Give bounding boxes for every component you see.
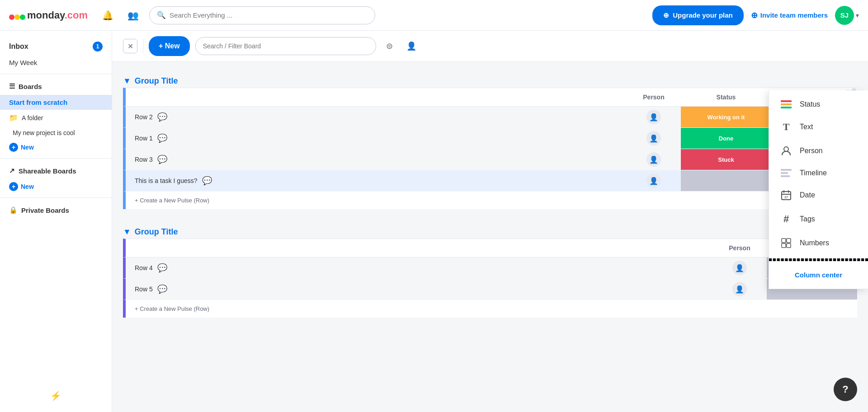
- new-plus-icon: +: [9, 143, 18, 152]
- status-badge-empty[interactable]: [681, 170, 771, 191]
- table-row: Row 4 💬 👤: [123, 258, 857, 279]
- dropdown-date-label: Date: [800, 191, 815, 199]
- table-row: Row 2 💬 👤 Working on it: [123, 107, 857, 128]
- row-status-cell[interactable]: Done: [681, 128, 771, 149]
- person-filter-button[interactable]: 👤: [403, 38, 420, 54]
- upgrade-label: Upgrade your plan: [673, 11, 733, 19]
- group-2-title[interactable]: Group Title: [135, 227, 178, 237]
- group-1-title[interactable]: Group Title: [135, 76, 178, 86]
- row-person-cell[interactable]: 👤: [712, 261, 767, 275]
- column-dropdown-panel: Status T Text Person Timeline: [769, 90, 868, 289]
- svg-rect-9: [781, 175, 790, 177]
- person-avatar: 👤: [732, 261, 747, 275]
- new-item-button[interactable]: + New: [149, 36, 190, 56]
- row-person-cell[interactable]: 👤: [627, 110, 681, 124]
- sidebar-new-button[interactable]: + New: [0, 140, 112, 154]
- sidebar-section-shareable[interactable]: ↗ Shareable Boards: [0, 162, 112, 179]
- notifications-button[interactable]: 🔔: [99, 6, 117, 24]
- group-section-2: ▼ Group Title Person Status Row 4 💬: [123, 224, 857, 318]
- sidebar-section-boards[interactable]: ☰ Boards: [0, 78, 112, 95]
- sidebar-item-project[interactable]: My new project is cool: [0, 126, 112, 140]
- lock-icon: 🔒: [9, 206, 18, 214]
- col-header-person-1: Person: [627, 88, 681, 106]
- dropdown-item-person[interactable]: Person: [769, 139, 868, 163]
- row-person-cell[interactable]: 👤: [627, 152, 681, 167]
- add-row-button-1[interactable]: + Create a New Pulse (Row): [123, 192, 857, 209]
- dropdown-divider: [769, 258, 868, 261]
- row-5-name: Row 5: [135, 286, 153, 293]
- dropdown-item-date[interactable]: 17 Date: [769, 183, 868, 207]
- row-2-name: Row 2: [135, 113, 153, 121]
- invite-button[interactable]: ⊕ Invite team members: [751, 10, 828, 20]
- upgrade-button[interactable]: ⊕ Upgrade your plan: [652, 5, 744, 25]
- shareable-new-plus-icon: +: [9, 182, 18, 191]
- status-badge-done[interactable]: Done: [681, 128, 771, 149]
- col-header-name-1: [126, 92, 627, 103]
- avatar-wrapper[interactable]: SJ ▾: [835, 6, 859, 25]
- dropdown-person-label: Person: [800, 147, 823, 155]
- search-bar: 🔍: [149, 6, 375, 24]
- filter-search-input[interactable]: [195, 37, 376, 55]
- sidebar-item-scratch[interactable]: Start from scratch: [0, 95, 112, 110]
- row-status-cell[interactable]: Stuck: [681, 149, 771, 170]
- dropdown-status-label: Status: [800, 100, 820, 108]
- chat-icon[interactable]: 💬: [157, 284, 167, 294]
- row-person-cell[interactable]: 👤: [712, 282, 767, 296]
- svg-rect-4: [781, 103, 792, 105]
- row-status-cell[interactable]: Working on it: [681, 107, 771, 127]
- help-button[interactable]: ?: [834, 378, 857, 401]
- search-icon: 🔍: [157, 11, 166, 19]
- upgrade-icon: ⊕: [663, 11, 669, 19]
- col-header-status-1: Status: [681, 88, 771, 106]
- myweek-label: My Week: [9, 59, 37, 66]
- project-label: My new project is cool: [13, 129, 75, 136]
- row-4-name: Row 4: [135, 264, 153, 272]
- row-name-cell-task: This is a task I guess? 💬: [126, 170, 627, 191]
- top-bar: monday.com 🔔 👥 🔍 ⊕ Upgrade your plan ⊕ I…: [0, 0, 868, 31]
- chat-icon[interactable]: 💬: [202, 176, 212, 186]
- add-row-label-2: + Create a New Pulse (Row): [135, 305, 209, 312]
- group-1-chevron-icon[interactable]: ▼: [123, 76, 131, 86]
- team-button[interactable]: 👥: [124, 6, 142, 24]
- svg-text:17: 17: [784, 196, 788, 199]
- add-row-label-1: + Create a New Pulse (Row): [135, 197, 209, 204]
- dropdown-item-text[interactable]: T Text: [769, 115, 868, 139]
- group-section-1: ▼ Group Title Person Status Date + ✕: [123, 73, 857, 209]
- column-center-link[interactable]: Column center: [769, 265, 868, 285]
- sidebar-item-folder[interactable]: 📁 A folder: [0, 110, 112, 126]
- dropdown-item-tags[interactable]: # Tags: [769, 207, 868, 231]
- new-label: New: [21, 144, 34, 151]
- group-2-chevron-icon[interactable]: ▼: [123, 227, 131, 237]
- chat-icon[interactable]: 💬: [157, 112, 167, 122]
- status-badge-working[interactable]: Working on it: [681, 107, 771, 127]
- board-content: ▼ Group Title Person Status Date + ✕: [112, 62, 868, 343]
- row-status-cell[interactable]: [681, 170, 771, 191]
- row-name-cell: Row 5 💬: [126, 279, 712, 300]
- shareable-new-button[interactable]: + New: [0, 179, 112, 194]
- chat-icon[interactable]: 💬: [157, 154, 167, 164]
- sidebar-item-inbox[interactable]: Inbox 1: [0, 38, 112, 55]
- add-row-button-2[interactable]: + Create a New Pulse (Row): [123, 300, 857, 318]
- row-person-cell[interactable]: 👤: [627, 173, 681, 188]
- automation-button[interactable]: ⚡: [0, 387, 112, 405]
- shareable-new-label: New: [21, 183, 34, 190]
- avatar-chevron-icon: ▾: [856, 12, 859, 19]
- dropdown-item-numbers[interactable]: Numbers: [769, 231, 868, 255]
- folder-icon: 📁: [9, 113, 18, 122]
- collapse-sidebar-button[interactable]: ✕: [123, 39, 137, 53]
- search-input[interactable]: [170, 11, 368, 19]
- table-row-selected: This is a task I guess? 💬 👤: [123, 170, 857, 192]
- sidebar-divider-3: [0, 197, 112, 198]
- sidebar-item-myweek[interactable]: My Week: [0, 55, 112, 70]
- dropdown-item-status[interactable]: Status: [769, 94, 868, 115]
- inbox-badge: 1: [93, 42, 103, 52]
- status-badge-stuck[interactable]: Stuck: [681, 149, 771, 170]
- sidebar-section-private[interactable]: 🔒 Private Boards: [0, 201, 112, 219]
- sort-button[interactable]: ⊜: [382, 38, 398, 54]
- person-avatar: 👤: [646, 173, 661, 188]
- row-person-cell[interactable]: 👤: [627, 131, 681, 145]
- numbers-dropdown-icon: [780, 238, 793, 248]
- chat-icon[interactable]: 💬: [157, 133, 167, 143]
- dropdown-item-timeline[interactable]: Timeline: [769, 163, 868, 183]
- chat-icon[interactable]: 💬: [157, 263, 167, 273]
